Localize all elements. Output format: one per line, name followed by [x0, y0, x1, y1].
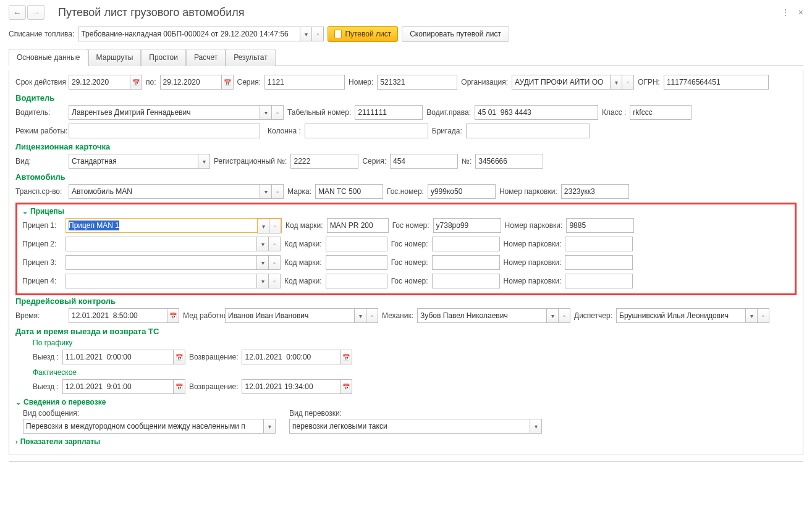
trailer4-input[interactable]	[66, 274, 257, 288]
chevron-down-icon[interactable]: ▾	[256, 274, 269, 288]
tab-main-data[interactable]: Основные данные	[9, 49, 88, 66]
open-icon[interactable]: ▫	[622, 75, 634, 90]
calendar-icon[interactable]: 📅	[167, 308, 179, 323]
trailer3-plate-input[interactable]	[432, 255, 500, 270]
number-input[interactable]	[377, 75, 457, 90]
driver-input[interactable]	[69, 105, 260, 120]
open-icon[interactable]: ▫	[558, 308, 570, 323]
calendar-icon[interactable]: 📅	[340, 379, 352, 394]
trailer1-input[interactable]: Прицеп MAN 1	[66, 219, 258, 232]
chevron-down-icon[interactable]: ▾	[260, 105, 272, 120]
copy-waybill-button[interactable]: Скопировать путевой лист	[402, 26, 509, 42]
series-input[interactable]	[264, 75, 345, 90]
trailer4-parking-input[interactable]	[565, 274, 633, 288]
msg-type-input[interactable]	[23, 419, 264, 434]
mech-input[interactable]	[417, 308, 547, 323]
trailer-plate-label: Гос номер:	[391, 277, 428, 285]
chevron-down-icon[interactable]: ▾	[610, 75, 622, 90]
calendar-icon[interactable]: 📅	[173, 379, 185, 394]
chevron-down-icon[interactable]: ▾	[256, 237, 269, 251]
open-icon[interactable]: ▫	[269, 219, 281, 233]
sched-depart-input[interactable]	[62, 350, 174, 364]
chevron-down-icon[interactable]: ▾	[354, 308, 366, 323]
license-input[interactable]	[475, 105, 598, 120]
open-icon[interactable]: ▫	[366, 308, 378, 323]
disp-label: Диспетчер:	[574, 311, 612, 320]
open-icon[interactable]: ▫	[268, 274, 281, 288]
open-icon[interactable]: ▫	[271, 184, 284, 199]
act-return-input[interactable]	[242, 379, 340, 394]
pretrip-section-title: Предрейсовый контроль	[15, 296, 797, 306]
trailer2-parking-input[interactable]	[565, 237, 633, 251]
calendar-icon[interactable]: 📅	[173, 350, 185, 364]
nav-back-button[interactable]: ←	[9, 5, 26, 20]
date-to-input[interactable]	[160, 75, 222, 90]
trailer3-label: Прицеп 3:	[22, 258, 62, 267]
lc-type-input[interactable]	[69, 154, 198, 169]
chevron-down-icon[interactable]: ▾	[546, 308, 559, 323]
parking-input[interactable]	[561, 184, 629, 199]
msg-type-label: Вид сообщения:	[23, 409, 276, 418]
tab-idle[interactable]: Простои	[141, 49, 186, 66]
tabnum-input[interactable]	[355, 105, 423, 120]
trailer4-code-input[interactable]	[326, 274, 387, 288]
return-label: Возвращение:	[189, 382, 239, 391]
trailer3-input[interactable]	[66, 255, 257, 270]
trans-type-input[interactable]	[289, 419, 530, 434]
open-icon[interactable]: ▫	[271, 105, 284, 120]
lc-num-input[interactable]	[475, 154, 543, 169]
med-input[interactable]	[225, 308, 355, 323]
trailer4-plate-input[interactable]	[432, 274, 500, 288]
date-from-input[interactable]	[69, 75, 130, 90]
sched-return-input[interactable]	[242, 350, 340, 364]
chevron-down-icon[interactable]: ⌄	[15, 398, 21, 406]
pretrip-time-input[interactable]	[69, 308, 167, 323]
calendar-icon[interactable]: 📅	[130, 75, 142, 90]
chevron-down-icon[interactable]: ▾	[198, 154, 210, 169]
act-depart-input[interactable]	[62, 379, 174, 394]
tab-routes[interactable]: Маршруты	[88, 49, 142, 66]
trailer2-input[interactable]	[66, 237, 257, 251]
trailer1-code-input[interactable]	[327, 218, 389, 233]
fuel-writeoff-dropdown-icon[interactable]: ▾	[300, 27, 312, 41]
trailer3-code-input[interactable]	[326, 255, 387, 270]
chevron-down-icon[interactable]: ⌄	[22, 208, 28, 216]
lc-series-input[interactable]	[390, 154, 458, 169]
trailer2-code-input[interactable]	[326, 237, 387, 251]
trailer1-plate-input[interactable]	[433, 218, 501, 233]
nav-forward-button[interactable]: →	[27, 5, 44, 20]
trans-input[interactable]	[69, 184, 260, 199]
chevron-down-icon[interactable]: ▾	[530, 419, 542, 434]
trailer1-parking-input[interactable]	[566, 218, 634, 233]
trailer2-plate-input[interactable]	[432, 237, 500, 251]
fuel-writeoff-open-icon[interactable]: ▫	[311, 27, 324, 41]
lc-regnum-input[interactable]	[290, 154, 358, 169]
chevron-down-icon[interactable]: ▾	[745, 308, 758, 323]
chevron-down-icon[interactable]: ▾	[256, 255, 269, 270]
class-input[interactable]	[630, 105, 691, 120]
trailer3-parking-input[interactable]	[565, 255, 633, 270]
open-icon[interactable]: ▫	[268, 255, 281, 270]
chevron-down-icon[interactable]: ▾	[260, 184, 272, 199]
waybill-button[interactable]: Путевой лист	[328, 26, 398, 42]
open-icon[interactable]: ▫	[757, 308, 769, 323]
ogrn-input[interactable]	[664, 75, 769, 90]
tab-result[interactable]: Результат	[226, 49, 276, 66]
open-icon[interactable]: ▫	[268, 237, 281, 251]
chevron-down-icon[interactable]: ▾	[263, 419, 276, 434]
calendar-icon[interactable]: 📅	[221, 75, 234, 90]
disp-input[interactable]	[616, 308, 746, 323]
workmode-input[interactable]	[69, 124, 260, 138]
calendar-icon[interactable]: 📅	[340, 350, 352, 364]
org-input[interactable]	[512, 75, 611, 90]
brand-input[interactable]	[315, 184, 383, 199]
fuel-writeoff-input[interactable]	[78, 27, 300, 41]
chevron-right-icon[interactable]: ›	[15, 438, 18, 445]
plate-input[interactable]	[428, 184, 496, 199]
brigade-input[interactable]	[466, 124, 590, 138]
chevron-down-icon[interactable]: ▾	[257, 219, 269, 233]
tab-calc[interactable]: Расчет	[186, 49, 226, 66]
close-icon[interactable]: ×	[798, 7, 803, 17]
kebab-icon[interactable]: ⋮	[781, 7, 790, 17]
column-input[interactable]	[305, 124, 428, 138]
